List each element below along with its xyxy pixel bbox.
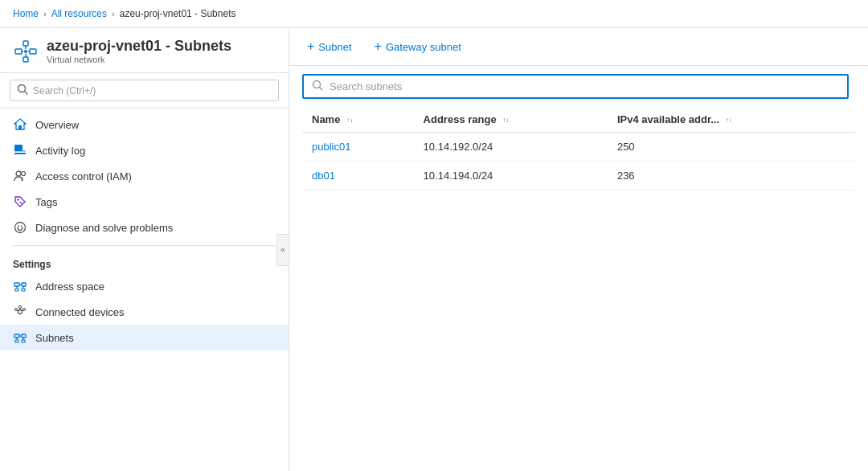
table-row[interactable]: public01 10.14.192.0/24 250 — [302, 133, 855, 162]
sidebar-item-connected-devices[interactable]: Connected devices — [0, 299, 289, 325]
sidebar-item-tags[interactable]: Tags — [0, 189, 289, 215]
sidebar-collapse-button[interactable]: « — [276, 234, 289, 266]
subnet-ipv4-public01: 250 — [608, 133, 855, 162]
address-space-icon — [13, 279, 27, 293]
connected-devices-icon — [13, 305, 27, 319]
breadcrumb-current: azeu-proj-vnet01 - Subnets — [120, 8, 236, 19]
overview-icon — [13, 117, 27, 132]
activity-log-icon — [13, 143, 27, 158]
vnet-icon — [13, 39, 39, 64]
breadcrumb: Home › All resources › azeu-proj-vnet01 … — [0, 0, 868, 28]
breadcrumb-sep-2: › — [112, 9, 115, 18]
sidebar-item-connected-devices-label: Connected devices — [35, 306, 125, 318]
sidebar-item-access-control[interactable]: Access control (IAM) — [0, 163, 289, 189]
sidebar-item-subnets-label: Subnets — [35, 332, 74, 344]
name-sort-icon: ↑↓ — [346, 117, 353, 124]
nav-divider — [13, 245, 276, 246]
breadcrumb-sep-1: › — [43, 9, 47, 18]
svg-rect-27 — [15, 289, 18, 291]
subnets-table-container: Name ↑↓ Address range ↑↓ IPv4 available … — [289, 107, 868, 471]
svg-point-18 — [17, 199, 18, 200]
svg-rect-24 — [22, 283, 26, 286]
content-search-inner — [302, 74, 849, 99]
svg-rect-36 — [14, 334, 19, 338]
col-name-header[interactable]: Name ↑↓ — [302, 107, 414, 133]
svg-point-32 — [19, 306, 22, 309]
resource-title: azeu-proj-vnet01 - Subnets — [47, 38, 231, 55]
subnets-table: Name ↑↓ Address range ↑↓ IPv4 available … — [302, 107, 855, 190]
col-address-range-header[interactable]: Address range ↑↓ — [414, 107, 608, 133]
content-search-icon — [312, 80, 323, 93]
table-row[interactable]: db01 10.14.194.0/24 236 — [302, 162, 855, 190]
settings-section-label: Settings — [0, 251, 289, 273]
sidebar-item-activity-log-label: Activity log — [35, 145, 85, 157]
sidebar-item-tags-label: Tags — [35, 196, 57, 208]
breadcrumb-all-resources[interactable]: All resources — [51, 8, 107, 19]
svg-point-8 — [24, 50, 27, 53]
sidebar-item-address-space-label: Address space — [35, 281, 104, 293]
toolbar: + Subnet + Gateway subnet — [289, 28, 868, 66]
add-gateway-subnet-button[interactable]: + Gateway subnet — [370, 36, 466, 57]
svg-point-19 — [15, 223, 26, 233]
col-ipv4-header[interactable]: IPv4 available addr... ↑↓ — [608, 107, 855, 133]
svg-rect-42 — [22, 340, 25, 342]
access-control-icon — [13, 169, 27, 183]
sidebar-item-activity-log[interactable]: Activity log — [0, 137, 289, 163]
add-subnet-label: Subnet — [318, 41, 351, 53]
svg-line-34 — [23, 310, 23, 311]
svg-rect-15 — [14, 150, 26, 152]
svg-line-44 — [320, 88, 323, 91]
svg-point-17 — [22, 172, 26, 176]
content-search-container — [289, 66, 868, 107]
add-subnet-plus-icon: + — [307, 39, 314, 54]
svg-rect-41 — [15, 340, 18, 342]
svg-rect-12 — [18, 125, 22, 129]
search-subnets-input[interactable] — [330, 80, 839, 92]
sidebar-item-access-control-label: Access control (IAM) — [35, 170, 132, 182]
svg-rect-0 — [15, 49, 22, 54]
content-area: + Subnet + Gateway subnet — [289, 28, 868, 471]
svg-rect-22 — [14, 283, 19, 286]
svg-rect-38 — [22, 334, 26, 338]
svg-rect-28 — [22, 289, 25, 291]
svg-rect-1 — [23, 41, 28, 46]
svg-rect-3 — [30, 49, 36, 54]
sidebar-item-address-space[interactable]: Address space — [0, 273, 289, 299]
sidebar-search-input[interactable] — [33, 85, 272, 96]
sidebar-item-subnets[interactable]: Subnets — [0, 325, 289, 350]
tags-icon — [13, 195, 27, 209]
subnet-address-range-public01: 10.14.192.0/24 — [414, 133, 608, 162]
resource-subtitle: Virtual network — [47, 55, 231, 64]
add-subnet-button[interactable]: + Subnet — [302, 36, 357, 57]
subnet-ipv4-db01: 236 — [608, 162, 855, 190]
svg-rect-13 — [14, 145, 23, 151]
subnet-name-db01[interactable]: db01 — [302, 162, 414, 190]
subnets-icon — [13, 330, 27, 345]
svg-rect-14 — [14, 153, 26, 154]
resource-header: azeu-proj-vnet01 - Subnets Virtual netwo… — [0, 28, 289, 73]
add-gateway-plus-icon: + — [375, 39, 382, 54]
sidebar: azeu-proj-vnet01 - Subnets Virtual netwo… — [0, 28, 289, 471]
sidebar-item-overview[interactable]: Overview — [0, 112, 289, 137]
sidebar-item-diagnose[interactable]: Diagnose and solve problems — [0, 215, 289, 240]
resource-title-block: azeu-proj-vnet01 - Subnets Virtual netwo… — [47, 38, 231, 64]
svg-point-16 — [16, 171, 21, 176]
sidebar-item-overview-label: Overview — [35, 119, 79, 131]
subnet-name-public01[interactable]: public01 — [302, 133, 414, 162]
nav-list: Overview Activity log — [0, 109, 289, 471]
ipv4-sort-icon: ↑↓ — [726, 117, 732, 124]
subnet-address-range-db01: 10.14.194.0/24 — [414, 162, 608, 190]
svg-line-10 — [25, 92, 28, 95]
sidebar-item-diagnose-label: Diagnose and solve problems — [35, 222, 173, 234]
search-icon — [17, 84, 28, 97]
sidebar-search-container — [0, 73, 289, 109]
address-range-sort-icon: ↑↓ — [502, 117, 509, 124]
svg-rect-2 — [23, 57, 28, 62]
sidebar-search-inner — [10, 80, 279, 101]
breadcrumb-home[interactable]: Home — [13, 8, 39, 19]
diagnose-icon — [13, 220, 27, 235]
svg-line-33 — [17, 310, 18, 311]
add-gateway-subnet-label: Gateway subnet — [386, 41, 461, 53]
svg-point-29 — [18, 310, 23, 314]
